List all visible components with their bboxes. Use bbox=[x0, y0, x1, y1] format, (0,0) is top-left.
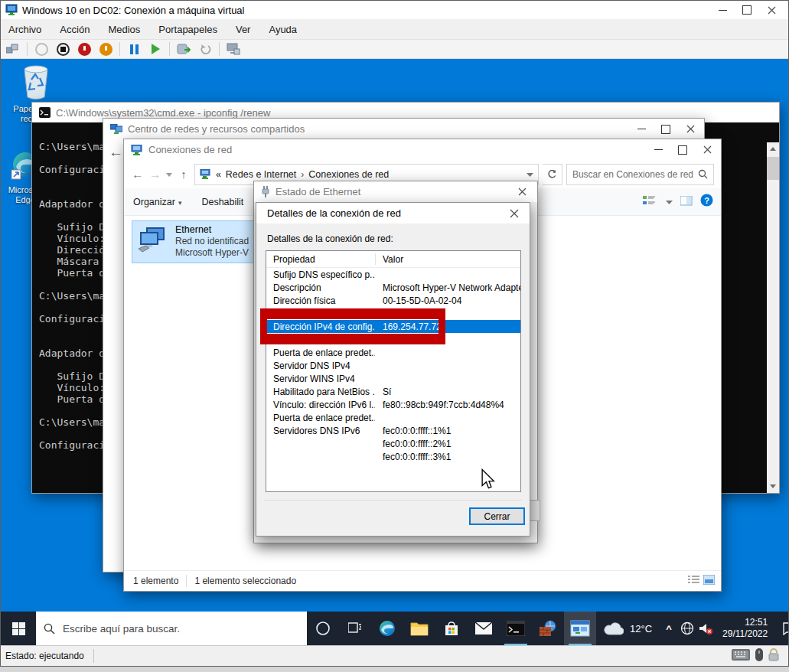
recycle-bin-icon bbox=[20, 64, 52, 99]
thumbnail-view-icon[interactable] bbox=[703, 574, 715, 588]
maximize-button[interactable] bbox=[654, 122, 678, 137]
organize-button[interactable]: Organizar▾ bbox=[133, 197, 181, 207]
volume-muted-icon[interactable] bbox=[696, 621, 715, 635]
preview-pane-icon[interactable] bbox=[680, 195, 693, 209]
windows-logo-icon bbox=[12, 622, 25, 635]
breadcrumb-item[interactable]: Redes e Internet bbox=[226, 169, 296, 180]
menu-item-archivo[interactable]: Archivo bbox=[8, 24, 41, 35]
cmd-line bbox=[39, 405, 111, 416]
details-row[interactable]: fec0:0:0:ffff::2%1 bbox=[266, 437, 520, 450]
weather-widget[interactable]: 12°C bbox=[596, 621, 660, 635]
menu-item-medios[interactable]: Medios bbox=[108, 24, 140, 35]
details-titlebar[interactable]: Detalles de la conexión de red bbox=[256, 203, 530, 223]
scroll-up-icon[interactable] bbox=[770, 147, 776, 151]
view-dropdown-icon[interactable] bbox=[666, 198, 673, 206]
menu-item-acción[interactable]: Acción bbox=[60, 24, 90, 35]
store-taskbar-icon[interactable] bbox=[435, 612, 468, 645]
cmd-scrollbar[interactable] bbox=[767, 142, 779, 493]
refresh-button[interactable] bbox=[543, 164, 562, 185]
vm-titlebar[interactable]: Windows 10 en DC02: Conexión a máquina v… bbox=[1, 1, 788, 19]
file-explorer-taskbar-icon[interactable] bbox=[403, 612, 435, 645]
ethernet-connection-item[interactable]: Ethernet Red no identificad Microsoft Hy… bbox=[132, 220, 256, 263]
close-button[interactable] bbox=[759, 2, 784, 18]
list-view-icon[interactable] bbox=[688, 574, 699, 588]
explorer-search-input[interactable]: Buscar en Conexiones de red bbox=[566, 164, 714, 185]
details-row[interactable]: fec0:0:0:ffff::3%1 bbox=[266, 450, 520, 463]
ethernet-status-title: Estado de Ethernet bbox=[275, 186, 510, 197]
details-row[interactable]: Sufijo DNS específico p... bbox=[266, 268, 520, 281]
column-value[interactable]: Valor bbox=[375, 254, 403, 265]
details-row[interactable]: Puerta de enlace predet... bbox=[266, 346, 520, 359]
cmd-taskbar-icon[interactable] bbox=[500, 612, 532, 645]
network-connections-taskbar-icon[interactable] bbox=[564, 612, 596, 645]
task-view-button[interactable] bbox=[339, 612, 371, 645]
resume-vm-icon[interactable] bbox=[148, 41, 163, 57]
view-details-icon[interactable] bbox=[643, 195, 655, 209]
details-row[interactable]: DescripciónMicrosoft Hyper-V Network Ada… bbox=[266, 281, 520, 294]
minimize-button[interactable] bbox=[646, 142, 670, 158]
column-property[interactable]: Propiedad bbox=[273, 254, 375, 265]
recent-locations-icon[interactable] bbox=[165, 170, 173, 178]
checkpoint-icon[interactable] bbox=[176, 41, 191, 57]
tray-expand-icon[interactable]: ^ bbox=[660, 623, 678, 634]
cmd-line bbox=[39, 187, 111, 198]
menu-item-ayuda[interactable]: Ayuda bbox=[269, 24, 297, 35]
ctrl-alt-del-icon[interactable] bbox=[5, 41, 21, 57]
ethernet-status-titlebar[interactable]: Estado de Ethernet bbox=[254, 181, 537, 202]
edge-taskbar-icon[interactable] bbox=[371, 612, 403, 645]
save-vm-icon[interactable] bbox=[98, 41, 113, 57]
disable-device-button[interactable]: Deshabilit bbox=[201, 197, 243, 207]
details-row[interactable]: Servidores DNS IPv6fec0:0:0:ffff::1%1 bbox=[266, 424, 520, 437]
scrollbar-thumb[interactable] bbox=[767, 157, 779, 180]
forward-icon[interactable]: → bbox=[148, 168, 162, 181]
back-icon[interactable]: ← bbox=[131, 168, 145, 181]
explorer-title: Conexiones de red bbox=[148, 144, 646, 155]
cmd-line bbox=[39, 359, 111, 370]
firewall-taskbar-icon[interactable] bbox=[532, 612, 564, 645]
breadcrumb-item[interactable]: Conexiones de red bbox=[308, 169, 389, 180]
start-vm-icon[interactable] bbox=[34, 41, 49, 57]
details-row[interactable]: Vínculo: dirección IPv6 l...fe80::98cb:9… bbox=[266, 398, 520, 411]
breadcrumb-overflow[interactable]: « bbox=[216, 169, 221, 180]
taskbar-search-input[interactable]: Escribe aquí para buscar. bbox=[36, 612, 307, 645]
svg-text:?: ? bbox=[704, 196, 709, 205]
scroll-down-icon[interactable] bbox=[770, 484, 776, 488]
maximize-button[interactable] bbox=[670, 142, 695, 158]
turnoff-vm-icon[interactable] bbox=[77, 41, 92, 57]
details-row[interactable]: Habilitado para NetBios ...Sí bbox=[266, 385, 520, 398]
revert-icon[interactable] bbox=[197, 41, 213, 57]
close-button[interactable] bbox=[502, 206, 527, 221]
address-dropdown-icon[interactable] bbox=[527, 170, 533, 178]
details-row[interactable]: Puerta de enlace predet... bbox=[266, 411, 520, 424]
network-center-titlebar[interactable]: Centro de redes y recursos compartidos bbox=[103, 119, 704, 139]
menu-item-portapapeles[interactable]: Portapapeles bbox=[158, 24, 217, 35]
taskbar-clock[interactable]: 12:51 29/11/2022 bbox=[715, 617, 775, 640]
network-globe-icon[interactable] bbox=[678, 621, 696, 635]
close-button[interactable] bbox=[510, 184, 534, 200]
up-icon[interactable]: ↑ bbox=[177, 168, 191, 181]
minimize-button[interactable] bbox=[629, 122, 654, 137]
explorer-titlebar[interactable]: Conexiones de red bbox=[124, 139, 721, 160]
enhanced-session-icon[interactable] bbox=[226, 41, 241, 57]
details-row[interactable]: Dirección física00-15-5D-0A-02-04 bbox=[266, 294, 520, 307]
details-row[interactable]: Servidor WINS IPv4 bbox=[266, 372, 520, 385]
cortana-button[interactable] bbox=[307, 612, 339, 645]
back-icon[interactable]: ← bbox=[109, 144, 123, 161]
cerrar-button[interactable]: Cerrar bbox=[469, 507, 525, 525]
close-button[interactable] bbox=[678, 122, 703, 137]
pause-vm-icon[interactable] bbox=[126, 41, 142, 57]
row-property: Servidores DNS IPv6 bbox=[273, 426, 375, 436]
mail-taskbar-icon[interactable] bbox=[468, 612, 500, 645]
help-icon[interactable]: ? bbox=[700, 194, 713, 210]
shutdown-vm-icon[interactable] bbox=[55, 41, 70, 57]
cmd-line: C:\Users\mar bbox=[39, 290, 111, 302]
minimize-button[interactable] bbox=[710, 2, 735, 18]
close-button[interactable] bbox=[695, 142, 719, 158]
start-button[interactable] bbox=[1, 612, 36, 645]
mouse-capture-icon bbox=[755, 648, 763, 664]
maximize-button[interactable] bbox=[735, 2, 759, 18]
action-center-icon[interactable] bbox=[775, 622, 788, 635]
vm-statusbar: Estado: ejecutando bbox=[1, 645, 788, 666]
menu-item-ver[interactable]: Ver bbox=[236, 24, 251, 35]
details-row[interactable]: Servidor DNS IPv4 bbox=[266, 359, 520, 372]
